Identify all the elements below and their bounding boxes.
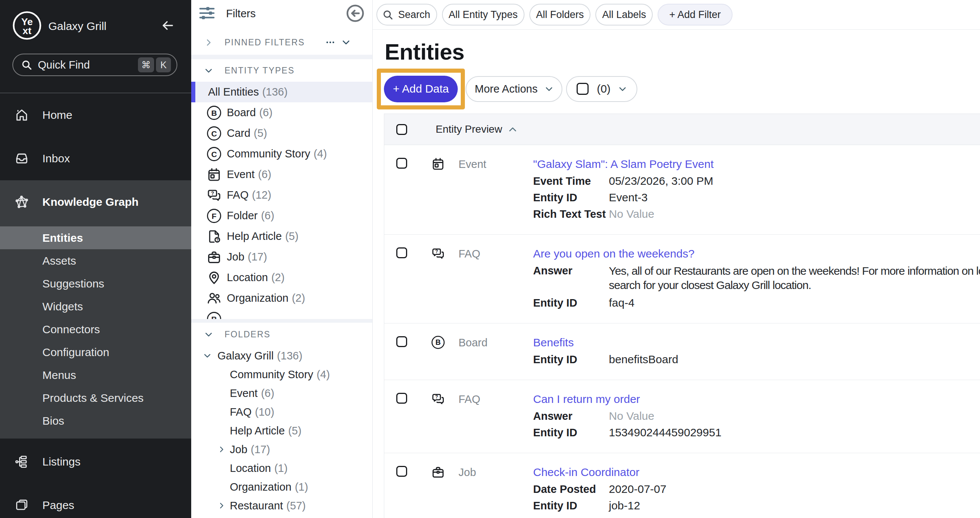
chevron-down-icon [545, 85, 554, 93]
search-button[interactable]: Search [376, 4, 437, 25]
chevron-down-icon[interactable] [203, 351, 212, 360]
folder-item[interactable]: Community Story (4) [191, 365, 372, 384]
entity-types-label: ENTITY TYPES [224, 65, 295, 76]
sidebar-subitem[interactable]: Suggestions [0, 272, 191, 295]
chevron-down-icon[interactable] [342, 38, 350, 47]
entity-type-item[interactable]: Job (17) [191, 246, 372, 267]
entity-type-item[interactable]: ? Help Article (5) [191, 226, 372, 246]
quick-find-input[interactable]: Quick Find ⌘ K [13, 54, 177, 76]
entity-types-header[interactable]: ENTITY TYPES [191, 59, 372, 82]
folder-item[interactable]: Event (6) [191, 384, 372, 402]
row-checkbox-cell [384, 465, 431, 514]
field-value: Yes, all of our Restaurants are open on … [609, 262, 980, 295]
row-checkbox[interactable] [396, 247, 407, 258]
entity-field: Entity ID benefitsBoard [533, 351, 980, 368]
folders-header[interactable]: FOLDERS [191, 323, 372, 346]
filter-pill[interactable]: + Add Filter [658, 4, 732, 25]
folder-item[interactable]: Location (1) [191, 459, 372, 478]
sidebar-subitem[interactable]: Connectors [0, 318, 191, 341]
entity-type-item[interactable]: Event (6) [191, 164, 372, 185]
entity-field: Answer No Value [533, 408, 980, 424]
sidebar-subitem[interactable]: Bios [0, 409, 191, 432]
main-content: Search All Entity TypesAll FoldersAll La… [373, 0, 980, 518]
row-checkbox[interactable] [396, 158, 407, 168]
table-row: ? FAQ Can I return my order Answer No Va… [384, 380, 980, 453]
table-row: Event "Galaxy Slam": A Slam Poetry Event… [384, 145, 980, 235]
chevron-right-icon[interactable] [204, 38, 213, 47]
sidebar-collapse-arrow-icon[interactable] [161, 19, 175, 32]
row-checkbox[interactable] [396, 466, 407, 477]
folder-root[interactable]: Galaxy Grill (136) [191, 346, 372, 365]
sort-ascending-icon[interactable] [508, 125, 517, 134]
chevron-down-icon[interactable] [204, 66, 213, 75]
entity-field: Answer Yes, all of our Restaurants are o… [533, 262, 980, 295]
entity-fields: Entity ID benefitsBoard [533, 351, 980, 368]
select-all-checkbox[interactable] [577, 83, 589, 95]
filter-pill[interactable]: All Labels [595, 4, 653, 25]
knowledge-graph-section: Knowledge Graph EntitiesAssetsSuggestion… [0, 180, 191, 439]
header-checkbox[interactable] [396, 124, 407, 135]
sidebar-item-listings[interactable]: Listings [0, 440, 191, 483]
k-keycap: K [156, 57, 171, 72]
sidebar-item-inbox[interactable]: Inbox [0, 137, 191, 180]
entity-type-item[interactable]: F Folder (6) [191, 205, 372, 226]
entity-title-link[interactable]: Can I return my order [533, 392, 980, 406]
add-data-button[interactable]: + Add Data [384, 76, 458, 102]
sidebar-subitem[interactable]: Products & Services [0, 386, 191, 409]
filter-pill[interactable]: All Folders [529, 4, 591, 25]
field-label: Rich Text Test [533, 206, 609, 222]
folder-item[interactable]: FAQ (10) [191, 402, 372, 421]
chevron-down-icon[interactable] [204, 330, 213, 339]
row-preview-cell: "Galaxy Slam": A Slam Poetry Event Event… [525, 157, 980, 222]
entity-type-item[interactable]: B [191, 308, 372, 319]
pinned-filters-label: PINNED FILTERS [224, 38, 305, 48]
entity-type-item[interactable]: C Community Story (4) [191, 143, 372, 164]
sidebar-item-knowledge-graph[interactable]: Knowledge Graph [0, 180, 191, 224]
row-checkbox-cell [384, 392, 431, 441]
sidebar-item-home[interactable]: Home [0, 93, 191, 137]
field-value: No Value [609, 408, 654, 424]
folder-item[interactable]: Restaurant (57) [191, 496, 372, 515]
row-checkbox[interactable] [396, 336, 407, 347]
entity-type-item[interactable]: ? FAQ (12) [191, 185, 372, 205]
search-icon [382, 10, 393, 20]
chevron-right-icon[interactable] [218, 446, 225, 453]
entities-content: Entities + Add Data More Actions (0) Ent… [373, 39, 980, 518]
entity-type-item[interactable]: Organization (2) [191, 288, 372, 308]
pinned-filters-more-icon[interactable] [325, 38, 335, 47]
filter-pill[interactable]: All Entity Types [442, 4, 525, 25]
sidebar-subitem[interactable]: Assets [0, 249, 191, 272]
row-type-cell: Event [431, 157, 525, 222]
pages-icon [14, 498, 29, 512]
folder-item[interactable]: Job (17) [191, 440, 372, 459]
page-title: Entities [385, 39, 980, 65]
entity-title-link[interactable]: "Galaxy Slam": A Slam Poetry Event [533, 157, 980, 171]
entity-type-item[interactable]: C Card (5) [191, 123, 372, 143]
field-label: Entity ID [533, 424, 609, 441]
sidebar-subitem[interactable]: Entities [0, 226, 191, 249]
entity-title-link[interactable]: Benefits [533, 335, 980, 350]
collapse-filters-button[interactable] [346, 4, 364, 22]
more-actions-button[interactable]: More Actions [466, 76, 562, 102]
knowledge-graph-subnav: EntitiesAssetsSuggestionsWidgetsConnecto… [0, 226, 191, 432]
chevron-right-icon[interactable] [218, 502, 225, 509]
quick-find-placeholder: Quick Find [38, 59, 138, 71]
entity-type-item[interactable]: B Board (6) [191, 102, 372, 123]
entity-title-link[interactable]: Are you open on the weekends? [533, 246, 980, 261]
entity-preview-column-header[interactable]: Entity Preview [436, 123, 502, 135]
selection-dropdown[interactable]: (0) [566, 76, 637, 102]
entity-title-link[interactable]: Check-in Coordinator [533, 465, 980, 479]
folder-item[interactable]: Organization (1) [191, 478, 372, 496]
sidebar-subitem[interactable]: Menus [0, 364, 191, 386]
sidebar-subitem[interactable]: Widgets [0, 295, 191, 318]
field-label: Entity ID [533, 295, 609, 311]
filter-panel: Filters PINNED FILTERS ENTITY TYPES All … [191, 0, 373, 518]
entity-type-item[interactable]: Location (2) [191, 267, 372, 288]
sidebar-subitem[interactable]: Configuration [0, 341, 191, 364]
filter-pills: All Entity TypesAll FoldersAll Labels+ A… [442, 4, 733, 25]
entity-type-item[interactable]: All Entities (136) [191, 82, 372, 102]
sidebar-item-pages[interactable]: Pages [0, 483, 191, 518]
pinned-filters-header[interactable]: PINNED FILTERS [191, 30, 372, 55]
row-checkbox[interactable] [396, 393, 407, 404]
folder-item[interactable]: Help Article (5) [191, 421, 372, 440]
